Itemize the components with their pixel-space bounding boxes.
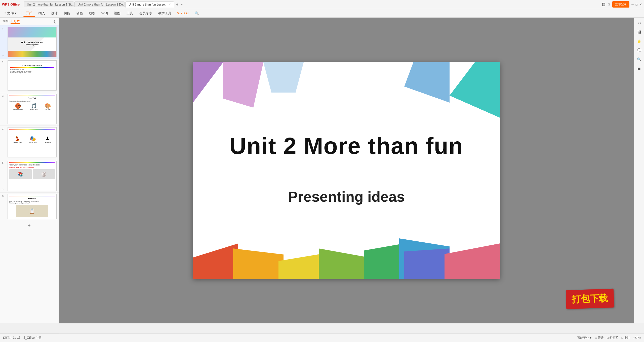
menu-slideshow[interactable]: 放映 <box>86 10 98 17</box>
maximize-window-icon[interactable]: □ <box>636 3 637 6</box>
sidebar-tab-outline[interactable]: 大纲 <box>3 19 9 24</box>
sidebar: 大纲 幻灯片 ❮ 1 Unit 2 More than fun Presenti… <box>0 18 59 323</box>
bg-poly-bottom-right3 <box>404 248 450 279</box>
menu-teaching[interactable]: 教学工具 <box>156 10 174 17</box>
slide-num-4: 4 <box>2 128 6 131</box>
slide6-text: How can you make a plan for a school clu… <box>9 201 55 204</box>
tab-1-label: Unit 2 more than fun Lesson 1 St... <box>27 3 73 6</box>
slide-preview-3: Free Talk What school clubs do you know?… <box>8 94 57 124</box>
slide-thumb-6[interactable]: 6 Discuss How can you make a plan for a … <box>0 193 59 221</box>
slide-num-1: 1 <box>2 27 6 30</box>
tab-more[interactable]: ▾ <box>180 3 184 6</box>
slide1-subtitle: Presenting ideas <box>25 44 38 46</box>
bg-poly-top-right2 <box>404 62 450 103</box>
slide5-highlight: Make a plan for a school club. <box>9 166 55 168</box>
close-window-icon[interactable]: ✕ <box>639 3 642 6</box>
minimize-icon[interactable]: 🔲 <box>602 3 606 6</box>
tab-3-close[interactable]: ✕ <box>169 3 171 6</box>
right-toolbar: ⟲ 🖼 ⭐ 💬 🔍 ☰ <box>634 18 644 323</box>
minimize-window-icon[interactable]: ─ <box>631 3 634 6</box>
menu-design[interactable]: 设计 <box>49 10 60 17</box>
slide-num-5: 5 <box>2 161 6 164</box>
watermark-badge: 打包下载 <box>566 289 614 309</box>
slide-preview-6: Discuss How can you make a plan for a sc… <box>8 194 57 219</box>
statusbar-right: 智能美化▼ ≡ 普通 □ 幻灯片 □ 批注 159% <box>577 336 641 340</box>
slide5-img1: 📚 <box>9 169 32 179</box>
bg-poly-bottom-mid <box>278 253 324 279</box>
menu-home[interactable]: 开始 <box>23 10 35 17</box>
slide-thumb-3[interactable]: 3 Free Talk What school clubs do you kno… <box>0 92 59 126</box>
slide4-clubs: 💃 dancing club 🎭 drama club ♟ chess club <box>9 136 55 143</box>
bg-poly-bottom-mid2 <box>319 248 369 279</box>
slide-thumb-5[interactable]: 5 Today you're going to do a project in … <box>0 159 59 193</box>
menu-file[interactable]: ≡ 文件 ▾ <box>2 10 19 17</box>
login-button[interactable]: 立即登录 <box>612 1 629 8</box>
basketball-icon: 🏀 <box>13 103 23 109</box>
main-slide-canvas[interactable]: Unit 2 More than fun Presenting ideas <box>193 62 500 279</box>
bg-poly-top-left <box>193 62 223 103</box>
statusbar-left: 幻灯片 1 / 16 2_Office 主题 <box>3 336 42 340</box>
right-btn-5[interactable]: 🔍 <box>636 56 643 63</box>
menubar: ≡ 文件 ▾ 开始 插入 设计 切换 动画 放映 审阅 视图 工具 会员专享 教… <box>0 9 644 18</box>
menu-premium[interactable]: 会员专享 <box>137 10 155 17</box>
main-area: 大纲 幻灯片 ❮ 1 Unit 2 More than fun Presenti… <box>0 18 644 323</box>
sidebar-collapse-button[interactable]: ❮ <box>53 19 56 23</box>
slide1-star-icon: ☆ <box>2 54 4 57</box>
slide-preview-1: Unit 2 More than fun Presenting ideas <box>8 27 57 57</box>
slide-thumb-2[interactable]: 2 Learning Objectives In this lesson you… <box>0 59 59 92</box>
slide3-title: Free Talk <box>9 97 55 99</box>
right-btn-2[interactable]: 🖼 <box>636 29 643 36</box>
slide5-star-icon: ☆ <box>2 188 4 191</box>
sidebar-tab-slides[interactable]: 幻灯片 <box>11 19 20 24</box>
menu-wpsai[interactable]: WPS AI <box>175 10 191 16</box>
tab-add-button[interactable]: + <box>175 2 180 7</box>
chess-icon: ♟ <box>45 136 50 141</box>
tab-bar: Unit 2 more than fun Lesson 1 St... ✕ Un… <box>24 2 602 8</box>
slide-preview-5: Today you're going to do a project in cl… <box>8 161 57 191</box>
right-btn-4[interactable]: 💬 <box>636 47 643 54</box>
chess-club-label: chess club <box>44 142 51 143</box>
right-btn-3[interactable]: ⭐ <box>636 38 643 45</box>
bg-poly-bottom-right2 <box>445 243 500 279</box>
add-slide-button[interactable]: + <box>0 221 59 230</box>
tab-3[interactable]: Unit 2 more than fun Lesso... ✕ <box>125 2 174 8</box>
music-club-label: music club <box>30 109 37 110</box>
art-icon: 🎨 <box>45 103 51 109</box>
menu-review[interactable]: 审阅 <box>99 10 110 17</box>
right-btn-6[interactable]: ☰ <box>636 65 643 72</box>
menu-transition[interactable]: 切换 <box>61 10 73 17</box>
slide-thumb-4[interactable]: 4 💃 dancing club 🎭 drama club <box>0 126 59 159</box>
menu-insert[interactable]: 插入 <box>36 10 48 17</box>
app-logo: WPS Office <box>2 3 20 6</box>
drama-icon: 🎭 <box>30 136 36 141</box>
menu-view[interactable]: 视图 <box>111 10 123 17</box>
slide-info: 幻灯片 1 / 16 <box>3 336 20 340</box>
music-icon: 🎵 <box>30 103 37 109</box>
view-normal[interactable]: ≡ 普通 <box>595 336 604 340</box>
smart-beautify[interactable]: 智能美化▼ <box>577 336 592 340</box>
bg-poly-bottom-left2 <box>233 248 284 279</box>
sidebar-tabs: 大纲 幻灯片 <box>3 19 20 24</box>
menu-tools[interactable]: 工具 <box>124 10 136 17</box>
bg-poly-top-left3 <box>263 62 304 93</box>
slide6-title: Discuss <box>9 197 55 200</box>
menu-search-icon[interactable]: 🔍 <box>192 10 201 16</box>
tab-2[interactable]: Unit 2 more than fun Lesson 3 De... ✕ <box>74 2 125 7</box>
zoom-level[interactable]: 159% <box>633 336 641 340</box>
settings-icon[interactable]: ⚙ <box>608 3 610 6</box>
slide1-title: Unit 2 More than fun <box>21 41 43 44</box>
slide2-text: In this lesson you will:1. make a plan f… <box>10 69 54 73</box>
statusbar: 幻灯片 1 / 16 2_Office 主题 智能美化▼ ≡ 普通 □ 幻灯片 … <box>0 333 644 342</box>
menu-separator <box>21 11 21 16</box>
tab-1[interactable]: Unit 2 more than fun Lesson 1 St... ✕ <box>24 2 74 7</box>
slide-thumb-1[interactable]: 1 Unit 2 More than fun Presenting ideas … <box>0 25 59 59</box>
bg-poly-top-right <box>450 62 500 118</box>
right-btn-1[interactable]: ⟲ <box>636 20 643 27</box>
bg-poly-bottom-left <box>193 243 238 279</box>
main-slide-subtitle: Presenting ideas <box>288 188 405 205</box>
view-slide[interactable]: □ 幻灯片 <box>607 336 619 340</box>
view-comment[interactable]: □ 批注 <box>622 336 630 340</box>
menu-animation[interactable]: 动画 <box>74 10 85 17</box>
slide5-img2: 🏐 <box>33 169 55 179</box>
dancing-club-label: dancing club <box>13 142 22 143</box>
